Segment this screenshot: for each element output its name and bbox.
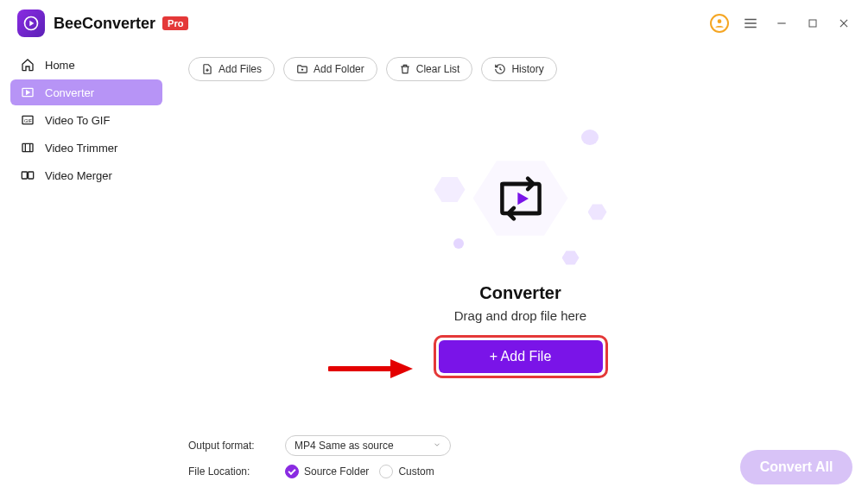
dropzone-subtitle: Drag and drop file here (454, 308, 586, 323)
source-folder-radio[interactable]: Source Folder (285, 465, 369, 478)
sidebar-item-label: Video Trimmer (45, 142, 117, 155)
add-folder-button[interactable]: Add Folder (283, 57, 377, 81)
svg-point-1 (718, 19, 722, 23)
annotation-arrow (328, 357, 415, 384)
drop-zone[interactable]: Converter Drag and drop file here + Add … (188, 81, 852, 426)
pro-badge: Pro (162, 16, 188, 30)
output-format-label: Output format: (188, 440, 275, 452)
sidebar-item-label: Home (45, 59, 75, 72)
user-icon[interactable] (707, 11, 732, 35)
radio-label: Source Folder (304, 465, 369, 478)
window-maximize-button[interactable] (801, 11, 825, 35)
history-icon (494, 63, 506, 75)
converter-icon (21, 85, 35, 99)
file-location-label: File Location: (188, 465, 275, 478)
toolbar: Add Files Add Folder Clear List History (188, 57, 852, 81)
history-button[interactable]: History (481, 57, 556, 81)
chevron-down-icon (433, 440, 441, 452)
window-close-button[interactable] (832, 11, 856, 35)
title-bar: BeeConverter Pro (0, 0, 868, 47)
sidebar-item-video-merger[interactable]: Video Merger (10, 162, 162, 188)
sidebar-item-video-trimmer[interactable]: Video Trimmer (10, 135, 162, 161)
sidebar-item-label: Converter (45, 86, 94, 99)
gif-icon: GIF (21, 113, 35, 127)
sidebar-item-label: Video To GIF (45, 114, 110, 127)
svg-text:GIF: GIF (24, 118, 33, 123)
svg-rect-16 (29, 172, 34, 179)
file-plus-icon (201, 63, 213, 75)
sidebar-item-home[interactable]: Home (10, 52, 162, 78)
app-logo (17, 9, 45, 37)
trash-icon (399, 63, 411, 75)
button-label: Add Files (219, 63, 262, 75)
radio-unchecked-icon (379, 465, 393, 478)
custom-radio[interactable]: Custom (379, 465, 434, 478)
sidebar-item-label: Video Merger (45, 169, 112, 182)
select-value: MP4 Same as source (295, 440, 394, 452)
radio-label: Custom (398, 465, 434, 478)
sidebar-item-converter[interactable]: Converter (10, 79, 162, 105)
add-file-button[interactable]: + Add File (439, 340, 603, 373)
dropzone-title: Converter (479, 283, 561, 303)
output-format-select[interactable]: MP4 Same as source (285, 435, 451, 456)
sidebar-item-video-to-gif[interactable]: GIF Video To GIF (10, 107, 162, 133)
svg-rect-15 (22, 172, 27, 179)
radio-checked-icon (285, 465, 299, 478)
dropzone-graphic (434, 130, 607, 268)
merger-icon (21, 168, 35, 182)
menu-icon[interactable] (738, 11, 763, 35)
button-label: History (511, 63, 543, 75)
button-label: Add Folder (314, 63, 364, 75)
svg-rect-6 (809, 20, 816, 27)
add-files-button[interactable]: Add Files (188, 57, 275, 81)
window-minimize-button[interactable] (770, 11, 794, 35)
convert-arrows-icon (490, 169, 552, 228)
add-file-highlight: + Add File (434, 335, 608, 378)
clear-list-button[interactable]: Clear List (386, 57, 473, 81)
svg-rect-12 (22, 143, 33, 151)
folder-plus-icon (296, 63, 308, 75)
button-label: Clear List (416, 63, 460, 75)
convert-all-button[interactable]: Convert All (740, 450, 852, 484)
main-panel: Add Files Add Folder Clear List History (173, 47, 868, 500)
trimmer-icon (21, 141, 35, 155)
app-title: BeeConverter (54, 15, 155, 33)
sidebar: Home Converter GIF Video To GIF Video Tr… (0, 47, 173, 500)
home-icon (21, 58, 35, 72)
